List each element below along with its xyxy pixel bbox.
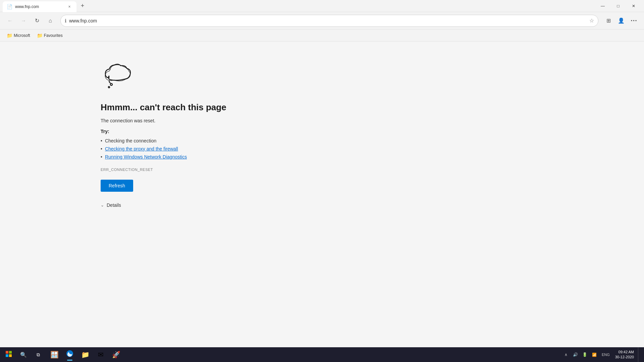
tab-close-button[interactable]: × <box>66 4 72 10</box>
start-button[interactable] <box>1 347 16 362</box>
taskbar-app-explorer[interactable]: 📁 <box>78 347 93 362</box>
taskbar-right: ∧ 🔊 🔋 📶 ENG 09:42 AM 30-12-2020 <box>562 347 643 362</box>
network-diagnostics-link[interactable]: Running Windows Network Diagnostics <box>105 154 187 160</box>
forward-icon: → <box>21 18 26 24</box>
profile-icon: 👤 <box>618 17 625 24</box>
proxy-firewall-link[interactable]: Checking the proxy and the firewall <box>105 146 178 152</box>
more-icon: ··· <box>631 17 637 24</box>
clock-display[interactable]: 09:42 AM 30-12-2020 <box>613 350 636 360</box>
tray-arrow-button[interactable]: ∧ <box>562 351 570 359</box>
search-button[interactable]: 🔍 <box>16 347 31 362</box>
toolbar-icons: ⊞ 👤 ··· <box>602 15 640 27</box>
taskbar-app-mail[interactable]: ✉ <box>93 347 108 362</box>
suggestion-network-diagnostics: Running Windows Network Diagnostics <box>101 153 187 161</box>
svg-point-7 <box>111 65 124 73</box>
window-controls: — □ ✕ <box>595 0 641 12</box>
fav-microsoft-label: Microsoft <box>14 33 30 38</box>
svg-point-9 <box>108 86 110 88</box>
new-tab-button[interactable]: + <box>78 1 87 11</box>
error-icon-area <box>101 62 134 92</box>
security-icon: ℹ <box>65 18 66 23</box>
close-button[interactable]: ✕ <box>626 0 641 12</box>
tray-arrow-icon: ∧ <box>565 352 568 357</box>
suggestion-proxy-firewall: Checking the proxy and the firewall <box>101 145 187 153</box>
search-icon: 🔍 <box>20 352 27 358</box>
refresh-icon: ↻ <box>35 17 39 24</box>
svg-rect-10 <box>6 351 8 354</box>
svg-rect-13 <box>9 354 12 357</box>
back-button[interactable]: ← <box>4 15 16 27</box>
svg-point-8 <box>110 83 112 85</box>
fav-microsoft[interactable]: 📁 Microsoft <box>4 32 33 40</box>
profile-button[interactable]: 👤 <box>615 15 627 27</box>
file-explorer-icon: 📁 <box>81 351 90 359</box>
address-bar[interactable]: ℹ www.fnp.com ☆ <box>60 15 598 27</box>
chevron-down-icon: ⌄ <box>101 203 104 207</box>
taskbar-app-windows[interactable]: 🪟 <box>47 347 62 362</box>
fav-folder-icon: 📁 <box>7 33 12 38</box>
tab-strip: 📄 www.fnp.com × + <box>3 0 595 12</box>
tab-favicon: 📄 <box>7 4 12 9</box>
refresh-button[interactable]: ↻ <box>31 15 43 27</box>
network-icon: 📶 <box>592 353 597 357</box>
details-label: Details <box>107 202 121 208</box>
favorite-star-icon[interactable]: ☆ <box>589 17 594 24</box>
taskbar: 🔍 ⧉ 🪟 📁 ✉ 🚀 ∧ <box>0 347 644 362</box>
system-tray: ∧ 🔊 🔋 📶 <box>562 351 598 359</box>
battery-icon: 🔋 <box>582 352 587 357</box>
volume-icon: 🔊 <box>573 352 578 357</box>
error-code: ERR_CONNECTION_RESET <box>101 168 153 172</box>
error-heading: Hmmm... can't reach this page <box>101 102 226 113</box>
tab-title: www.fnp.com <box>15 4 64 9</box>
minimize-button[interactable]: — <box>595 0 610 12</box>
navigation-bar: ← → ↻ ⌂ ℹ www.fnp.com ☆ ⊞ 👤 ··· <box>0 12 644 29</box>
suggestions-list: Checking the connection Checking the pro… <box>101 137 187 161</box>
mail-icon: ✉ <box>98 351 104 359</box>
maximize-button[interactable]: □ <box>610 0 626 12</box>
show-desktop-button[interactable] <box>638 347 640 362</box>
date-display: 30-12-2020 <box>615 355 634 360</box>
taskbar-apps: 🪟 📁 ✉ 🚀 <box>47 347 123 362</box>
home-icon: ⌂ <box>49 18 52 24</box>
back-icon: ← <box>7 18 13 24</box>
collections-icon: ⊞ <box>606 17 611 24</box>
battery-button[interactable]: 🔋 <box>581 351 589 359</box>
title-bar: 📄 www.fnp.com × + — □ ✕ <box>0 0 644 12</box>
fav-favourites-label: Favourites <box>44 33 63 38</box>
address-text: www.fnp.com <box>69 18 587 23</box>
more-options-button[interactable]: ··· <box>628 15 640 27</box>
taskbar-app-edge[interactable] <box>62 347 77 362</box>
thought-bubble-icon <box>101 62 134 90</box>
taskbar-app-misc[interactable]: 🚀 <box>109 347 123 362</box>
browser-frame: 📄 www.fnp.com × + — □ ✕ ← → ↻ ⌂ ℹ www.fn… <box>0 0 644 362</box>
task-view-icon: ⧉ <box>37 352 40 358</box>
volume-button[interactable]: 🔊 <box>572 351 580 359</box>
favourites-bar: 📁 Microsoft 📁 Favourites <box>0 29 644 42</box>
try-label: Try: <box>101 129 109 134</box>
network-button[interactable]: 📶 <box>590 351 598 359</box>
collections-button[interactable]: ⊞ <box>602 15 614 27</box>
svg-rect-12 <box>6 354 8 357</box>
active-tab[interactable]: 📄 www.fnp.com × <box>3 1 76 12</box>
time-display: 09:42 AM <box>615 350 634 355</box>
edge-icon <box>66 350 74 360</box>
fav-favourites[interactable]: 📁 Favourites <box>34 32 65 40</box>
error-description: The connection was reset. <box>101 118 155 123</box>
app-icon: 🚀 <box>112 351 120 359</box>
home-button[interactable]: ⌂ <box>44 15 56 27</box>
refresh-button-page[interactable]: Refresh <box>101 180 133 192</box>
details-toggle[interactable]: ⌄ Details <box>101 202 121 208</box>
suggestion-checking-connection: Checking the connection <box>101 137 187 145</box>
language-indicator[interactable]: ENG <box>600 353 611 357</box>
windows-start-icon <box>6 351 12 358</box>
windows-icon: 🪟 <box>50 351 59 359</box>
forward-button[interactable]: → <box>17 15 30 27</box>
error-page-content: Hmmm... can't reach this page The connec… <box>0 42 644 362</box>
fav-folder-icon-2: 📁 <box>37 33 43 38</box>
suggestion-text-1: Checking the connection <box>105 138 156 143</box>
task-view-button[interactable]: ⧉ <box>31 347 46 362</box>
svg-rect-11 <box>9 351 12 354</box>
